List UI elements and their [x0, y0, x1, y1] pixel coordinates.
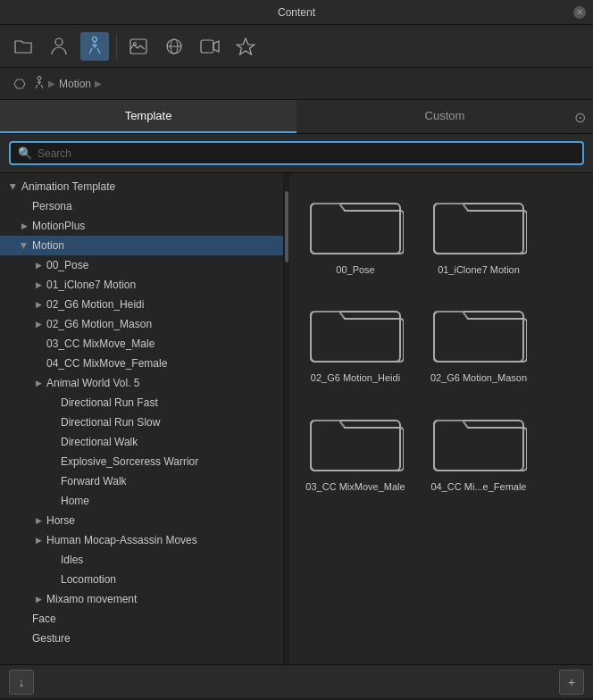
bottom-bar: ↓ +	[0, 664, 593, 698]
tree-item-home[interactable]: Home	[0, 491, 283, 511]
tree-item-heidi[interactable]: ▶02_G6 Motion_Heidi	[0, 295, 283, 314]
tree-arrow-motion: ▶	[18, 239, 30, 252]
folder-tile-f-mason[interactable]: 02_G6 Motion_Mason	[422, 290, 536, 389]
tree-arrow-motionplus: ▶	[18, 220, 30, 232]
tree-item-iclone7[interactable]: ▶01_iClone7 Motion	[0, 275, 283, 295]
tree-label-pose: 00_Pose	[46, 259, 88, 271]
tree-item-mixmove-male[interactable]: 03_CC MixMove_Male	[0, 334, 283, 354]
folder-tile-f-iclone7[interactable]: 01_iClone7 Motion	[422, 182, 536, 281]
tree-label-idles: Idles	[61, 554, 83, 566]
search-input-wrap: 🔍	[9, 141, 584, 165]
breadcrumb-motion[interactable]: Motion	[59, 78, 91, 90]
folder-icon-f-mason	[430, 296, 527, 367]
folder-label-f-pose: 00_Pose	[336, 263, 374, 276]
tree-scrollbar[interactable]	[284, 173, 289, 664]
folder-toolbar-icon[interactable]	[9, 32, 38, 61]
folder-icon-f-pose	[307, 188, 404, 259]
tree-label-motionplus: MotionPlus	[32, 220, 85, 232]
folder-tile-f-pose[interactable]: 00_Pose	[298, 182, 413, 281]
breadcrumb-arrow-1: ▶	[48, 79, 55, 88]
tree-arrow-mixamo: ▶	[32, 593, 45, 605]
image-toolbar-icon[interactable]	[124, 32, 153, 61]
tree-item-dir-walk[interactable]: Directional Walk	[0, 432, 283, 452]
folder-label-f-iclone7: 01_iClone7 Motion	[438, 263, 520, 276]
tree-label-horse: Horse	[46, 514, 75, 527]
back-button[interactable]	[9, 73, 30, 95]
tree-item-dir-run-fast[interactable]: Directional Run Fast	[0, 393, 283, 412]
tree-item-persona[interactable]: Persona	[0, 196, 283, 216]
tree-item-dir-run-slow[interactable]: Directional Run Slow	[0, 412, 283, 432]
sphere-toolbar-icon[interactable]	[160, 32, 188, 61]
tabs-row: Template Custom ⊙	[0, 100, 593, 134]
person-toolbar-icon[interactable]	[45, 32, 73, 61]
tree-item-horse[interactable]: ▶Horse	[0, 511, 283, 530]
svg-rect-6	[201, 40, 213, 53]
tree-item-pose[interactable]: ▶00_Pose	[0, 255, 283, 275]
window-title: Content	[278, 6, 315, 19]
tree-item-gesture[interactable]: Gesture	[0, 629, 283, 648]
tree-item-explosive[interactable]: Explosive_Sorceress Warrior	[0, 452, 283, 471]
tab-custom[interactable]: Custom	[296, 100, 593, 133]
toolbar	[0, 25, 593, 68]
tree-item-mixamo[interactable]: ▶Mixamo movement	[0, 589, 283, 609]
tree-arrow-animal-world: ▶	[32, 377, 45, 389]
tree-arrow-anim-template: ▶	[7, 180, 20, 193]
tree-item-locomotion[interactable]: Locomotion	[0, 570, 283, 589]
tree-label-animal-world: Animal World Vol. 5	[46, 377, 140, 389]
search-bar: 🔍	[0, 134, 593, 173]
video-toolbar-icon[interactable]	[196, 32, 224, 61]
tree-label-mixmove-female: 04_CC MixMove_Female	[46, 357, 167, 370]
search-input[interactable]	[38, 147, 575, 160]
tree-item-animal-world[interactable]: ▶Animal World Vol. 5	[0, 373, 283, 393]
breadcrumb-arrow-2: ▶	[95, 79, 102, 88]
scroll-thumb	[285, 191, 288, 262]
tree-label-explosive: Explosive_Sorceress Warrior	[61, 455, 198, 468]
folder-label-f-mixmove-male: 03_CC MixMove_Male	[305, 480, 405, 493]
tree-arrow-mason: ▶	[32, 318, 45, 330]
tree-label-dir-run-fast: Directional Run Fast	[61, 396, 158, 409]
tree-item-forward-walk[interactable]: Forward Walk	[0, 471, 283, 491]
tree-arrow-heidi: ▶	[32, 298, 45, 311]
tree-label-dir-run-slow: Directional Run Slow	[61, 416, 160, 429]
folder-icon-f-heidi	[307, 296, 404, 367]
tree-item-motion[interactable]: ▶Motion	[0, 236, 283, 255]
svg-point-1	[93, 37, 97, 41]
tree-item-face[interactable]: Face	[0, 609, 283, 629]
folder-tile-f-heidi[interactable]: 02_G6 Motion_Heidi	[298, 290, 413, 389]
tab-dropdown-icon[interactable]: ⊙	[574, 108, 586, 125]
breadcrumb-figure[interactable]	[34, 76, 45, 91]
bottom-right-actions: +	[559, 670, 584, 695]
tree-label-mixamo: Mixamo movement	[46, 593, 137, 605]
figure-toolbar-icon[interactable]	[80, 32, 109, 61]
toolbar-separator	[116, 34, 117, 59]
grid-panel: 00_Pose 01_iClone7 Motion 02_G6 Motion_H…	[289, 173, 593, 664]
tree-item-anim-template[interactable]: ▶Animation Template	[0, 177, 283, 196]
tab-template[interactable]: Template	[0, 100, 296, 133]
folder-label-f-heidi: 02_G6 Motion_Heidi	[311, 371, 400, 384]
search-icon: 🔍	[18, 146, 32, 160]
tree-item-mason[interactable]: ▶02_G6 Motion_Mason	[0, 314, 283, 334]
import-button[interactable]: ↓	[9, 670, 34, 695]
tree-item-mocap-assassin[interactable]: ▶Human Mocap-Assassin Moves	[0, 530, 283, 550]
tree-item-motionplus[interactable]: ▶MotionPlus	[0, 216, 283, 236]
folder-tile-f-mixmove-female[interactable]: 04_CC Mi...e_Female	[422, 399, 536, 498]
tree-label-motion: Motion	[32, 239, 64, 252]
tree-label-home: Home	[61, 495, 89, 507]
tree-label-heidi: 02_G6 Motion_Heidi	[46, 298, 144, 311]
tree-label-dir-walk: Directional Walk	[61, 436, 138, 448]
close-button[interactable]: ✕	[573, 6, 586, 19]
tree-item-idles[interactable]: Idles	[0, 550, 283, 570]
main-content: ▶Animation TemplatePersona▶MotionPlus▶Mo…	[0, 173, 593, 664]
add-button[interactable]: +	[559, 670, 584, 695]
tree-label-locomotion: Locomotion	[61, 573, 116, 586]
folder-tile-f-mixmove-male[interactable]: 03_CC MixMove_Male	[298, 399, 413, 498]
folder-icon-f-iclone7	[430, 188, 527, 259]
tree-label-persona: Persona	[32, 200, 72, 212]
svg-point-3	[134, 42, 137, 45]
folder-icon-f-mixmove-female	[430, 404, 527, 476]
tree-item-mixmove-female[interactable]: 04_CC MixMove_Female	[0, 354, 283, 373]
tree-label-face: Face	[32, 612, 56, 625]
props-toolbar-icon[interactable]	[231, 32, 260, 61]
tree-label-gesture: Gesture	[32, 632, 71, 645]
tree-label-forward-walk: Forward Walk	[61, 475, 127, 488]
